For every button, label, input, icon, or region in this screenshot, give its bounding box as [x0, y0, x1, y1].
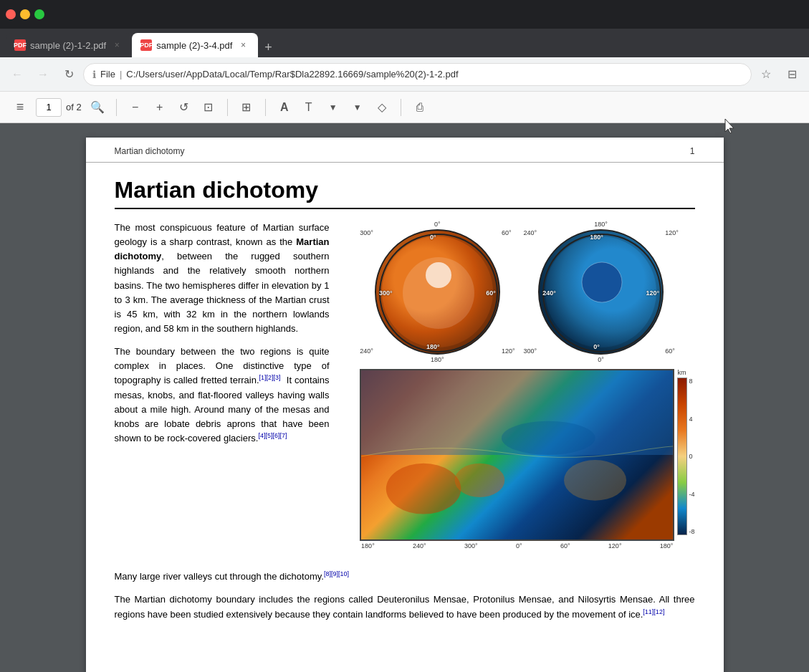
- relatively-text: relatively: [209, 265, 246, 276]
- pdf-page-header: Martian dichotomy 1: [86, 138, 724, 163]
- zoom-controls: − + ↺ ⊡: [124, 96, 220, 119]
- map-bottom-label-left: 180°: [431, 356, 444, 363]
- tab-1-icon: PDF: [14, 39, 26, 51]
- map-right2-label-240: 240°: [524, 229, 537, 236]
- browser-titlebar: [0, 0, 809, 29]
- flat-lon-300: 300°: [464, 542, 478, 549]
- map-right-label-60: 60°: [502, 229, 515, 236]
- mars-maps-top-row: 0° 300° 240°: [344, 221, 695, 363]
- tab-2[interactable]: PDF sample (2)-3-4.pdf ×: [132, 33, 258, 57]
- address-bar-row: ← → ↻ ℹ File | C:/Users/user/AppData/Loc…: [0, 57, 809, 92]
- superscript-4: [11][12]: [643, 608, 664, 615]
- svg-point-2: [426, 262, 451, 288]
- page-total-label: of 2: [66, 102, 82, 112]
- paragraph-2: The boundary between the two regions is …: [115, 345, 330, 446]
- pdf-toolbar-sep-1: [116, 99, 117, 116]
- annotation-controls: A T ▼ ▼ ◇: [273, 96, 393, 119]
- flat-lon-60: 60°: [560, 542, 570, 549]
- forward-button[interactable]: →: [32, 63, 54, 86]
- map-right2-right-label-60: 60°: [665, 347, 679, 355]
- mars-circle-map-right-container: 180° 240° 300°: [524, 221, 679, 363]
- mars-flat-map: 180° 240° 300° 0° 60° 120° 180°: [360, 369, 674, 541]
- pdf-body: Martian dichotomy The most conspicuous f…: [86, 163, 724, 652]
- pdf-header-title: Martian dichotomy: [115, 146, 185, 156]
- flat-lon-180e: 180°: [660, 542, 674, 549]
- flat-lat-n60: -60°: [344, 531, 356, 538]
- pdf-toolbar: ≡ of 2 🔍 − + ↺ ⊡ ⊞ A T ▼ ▼ ◇ ⎙: [0, 92, 809, 123]
- svg-point-7: [455, 464, 505, 497]
- flat-lon-120: 120°: [608, 542, 622, 549]
- reload-button[interactable]: ↻: [57, 63, 80, 86]
- map-right2-right-label-120: 120°: [665, 229, 679, 236]
- paragraph-4: The Martian dichotomy boundary includes …: [115, 592, 695, 622]
- pdf-image-column: 0° 300° 240°: [344, 221, 695, 541]
- colorbar-val-n4: -4: [689, 491, 694, 498]
- pdf-toolbar-sep-3: [265, 99, 266, 116]
- tab-1-close[interactable]: ×: [110, 39, 123, 52]
- flat-lat-0: 0°: [344, 451, 356, 459]
- svg-point-9: [502, 421, 595, 455]
- colorbar-val-0: 0: [689, 453, 694, 460]
- tab-2-close[interactable]: ×: [236, 39, 249, 52]
- flat-lon-240: 240°: [413, 542, 426, 549]
- address-divider: |: [120, 69, 122, 80]
- address-url: C:/Users/user/AppData/Local/Temp/Rar$Dla…: [126, 69, 458, 80]
- map-top-label-left: 0°: [434, 221, 441, 228]
- pdf-toolbar-sep-4: [401, 99, 401, 116]
- text-select-button[interactable]: A: [273, 96, 296, 119]
- pdf-content-area[interactable]: Martian dichotomy 1 Martian dichotomy Th…: [0, 123, 809, 672]
- map-right2-label-300: 300°: [524, 347, 537, 355]
- fit-page-button[interactable]: ⊡: [197, 96, 220, 119]
- bookmark-button[interactable]: ⊟: [780, 63, 803, 86]
- superscript-3: [8][9][10]: [324, 570, 349, 577]
- superscript-1: [1][2][3]: [259, 374, 281, 381]
- view-controls: ⊞: [235, 96, 258, 119]
- zoom-out-button[interactable]: −: [124, 96, 147, 119]
- new-tab-button[interactable]: +: [258, 37, 278, 57]
- tab-2-label: sample (2)-3-4.pdf: [156, 40, 232, 51]
- colorbar-val-8: 8: [689, 378, 694, 385]
- pdf-page: Martian dichotomy 1 Martian dichotomy Th…: [86, 138, 724, 672]
- search-pdf-button[interactable]: 🔍: [86, 96, 109, 119]
- info-icon: ℹ: [92, 69, 96, 80]
- zoom-in-button[interactable]: +: [148, 96, 171, 119]
- erase-button[interactable]: ◇: [370, 96, 393, 119]
- rotate-button[interactable]: ↺: [173, 96, 196, 119]
- flat-lat-n30: -30°: [344, 491, 356, 499]
- flat-lat-30: 30°: [344, 412, 356, 419]
- back-button[interactable]: ←: [6, 63, 29, 86]
- tab-1[interactable]: PDF sample (2)-1-2.pdf ×: [6, 33, 132, 57]
- sidebar-toggle-button[interactable]: ≡: [9, 96, 32, 119]
- address-box[interactable]: ℹ File | C:/Users/user/AppData/Local/Tem…: [83, 63, 752, 86]
- the-text: the: [259, 294, 272, 305]
- star-button[interactable]: ☆: [755, 63, 777, 86]
- flat-lon-180w: 180°: [361, 542, 375, 549]
- flat-lat-60: 60°: [344, 372, 356, 379]
- map-left-label-300: 300°: [360, 229, 373, 236]
- pdf-header-page: 1: [690, 146, 695, 156]
- two-page-button[interactable]: ⊞: [235, 96, 258, 119]
- toolbar-right: ☆ ⊟: [755, 63, 803, 86]
- window-controls: [6, 9, 44, 19]
- svg-point-4: [582, 262, 622, 302]
- map-bottom-label-right: 0°: [598, 356, 604, 363]
- print-button[interactable]: ⎙: [408, 96, 431, 119]
- bold-term: Martian dichotomy: [115, 236, 330, 261]
- window-close-btn[interactable]: [6, 9, 16, 19]
- highlight-dropdown-button[interactable]: ▼: [322, 96, 345, 119]
- pdf-text-column: The most conspicuous feature of Martian …: [115, 221, 330, 541]
- window-maximize-btn[interactable]: [34, 9, 44, 19]
- underline-dropdown-button[interactable]: ▼: [346, 96, 369, 119]
- page-number-input[interactable]: [36, 98, 62, 117]
- map-left-label-240: 240°: [360, 347, 373, 355]
- colorbar-val-n8: -8: [689, 528, 694, 535]
- colorbar: km 8 4 0 -4 -8: [677, 369, 694, 541]
- file-label: File: [100, 69, 115, 80]
- svg-point-8: [564, 460, 626, 501]
- mars-circle-map-left-container: 0° 300° 240°: [360, 221, 514, 363]
- colorbar-gradient: [677, 378, 687, 535]
- window-minimize-btn[interactable]: [20, 9, 30, 19]
- annotation-button[interactable]: T: [297, 96, 320, 119]
- pdf-full-text: Many large river valleys cut through the…: [115, 570, 695, 630]
- flat-lon-0: 0°: [516, 542, 522, 549]
